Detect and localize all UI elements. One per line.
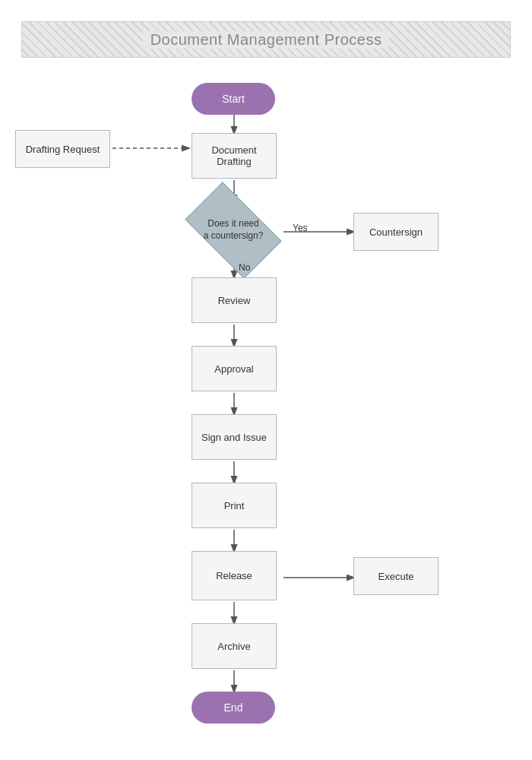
flowchart: Start Drafting Request DocumentDrafting … bbox=[0, 72, 532, 760]
end-node: End bbox=[192, 692, 275, 724]
archive-node: Archive bbox=[192, 623, 277, 669]
no-label: No bbox=[239, 262, 250, 273]
yes-label: Yes bbox=[293, 223, 308, 233]
title-bar: Document Management Process bbox=[21, 21, 511, 58]
start-label: Start bbox=[222, 93, 245, 105]
execute-label: Execute bbox=[378, 571, 414, 582]
release-label: Release bbox=[216, 570, 252, 581]
countersign-node: Countersign bbox=[353, 213, 439, 251]
sign-and-issue-node: Sign and Issue bbox=[192, 414, 277, 460]
approval-label: Approval bbox=[214, 363, 253, 375]
approval-node: Approval bbox=[192, 346, 277, 391]
document-drafting-node: DocumentDrafting bbox=[192, 133, 277, 179]
start-node: Start bbox=[192, 83, 275, 115]
countersign-label: Countersign bbox=[369, 226, 423, 238]
page: Document Management Process bbox=[0, 0, 532, 760]
sign-and-issue-label: Sign and Issue bbox=[201, 432, 267, 443]
drafting-request-node: Drafting Request bbox=[15, 130, 110, 168]
release-node: Release bbox=[192, 551, 277, 600]
archive-label: Archive bbox=[217, 641, 250, 652]
drafting-request-label: Drafting Request bbox=[26, 144, 100, 155]
review-label: Review bbox=[218, 295, 251, 306]
document-drafting-label: DocumentDrafting bbox=[211, 144, 256, 167]
execute-node: Execute bbox=[353, 557, 439, 595]
print-node: Print bbox=[192, 483, 277, 528]
print-label: Print bbox=[224, 500, 245, 511]
countersign-diamond: Does it needa countersign? bbox=[184, 200, 283, 261]
page-title: Document Management Process bbox=[143, 31, 390, 49]
diamond-shape bbox=[185, 182, 281, 278]
end-label: End bbox=[224, 701, 243, 714]
review-node: Review bbox=[192, 277, 277, 323]
